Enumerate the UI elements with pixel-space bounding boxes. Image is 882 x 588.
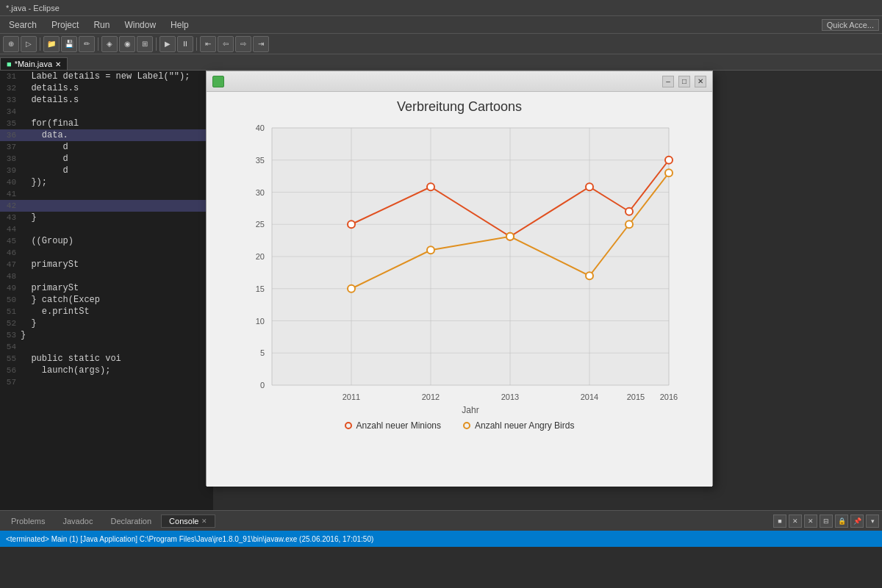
editor-tab-main[interactable]: ■ *Main.java ✕	[0, 57, 68, 70]
code-line: 52 }	[0, 318, 213, 329]
line-number: 41	[0, 188, 21, 200]
svg-point-32	[427, 183, 434, 190]
svg-text:2011: 2011	[343, 392, 360, 401]
line-number: 36	[0, 129, 21, 141]
dialog-title-bar: – □ ✕	[207, 71, 712, 92]
console-terminate-btn[interactable]: ✕	[789, 514, 802, 528]
console-clear-btn[interactable]: ⊟	[820, 514, 833, 528]
status-bar: <terminated> Main (1) [Java Application]…	[0, 531, 882, 547]
dialog-maximize-btn[interactable]: □	[678, 76, 690, 87]
toolbar-btn-2[interactable]: ▷	[21, 36, 37, 52]
toolbar-btn-6[interactable]: ◈	[101, 36, 118, 52]
svg-text:Jahr: Jahr	[462, 405, 478, 415]
code-line: 35 for(final	[0, 118, 213, 129]
chart-dialog: – □ ✕ Verbreitung Cartoons	[206, 71, 713, 486]
console-tab-close[interactable]: ✕	[201, 517, 207, 525]
console-remove-btn[interactable]: ✕	[804, 514, 817, 528]
svg-text:2012: 2012	[422, 392, 440, 401]
menu-project[interactable]: Project	[46, 18, 85, 32]
line-number: 43	[0, 212, 21, 223]
toolbar-btn-4[interactable]: 💾	[61, 36, 77, 52]
bottom-tab-console[interactable]: Console ✕	[161, 514, 215, 528]
line-number: 44	[0, 223, 21, 235]
line-text: launch(args);	[21, 365, 110, 376]
toolbar-btn-13[interactable]: ⇨	[235, 36, 251, 52]
line-number: 53	[0, 329, 21, 341]
chart-body: Verbreitung Cartoons	[207, 92, 712, 487]
toolbar-btn-12[interactable]: ⇦	[218, 36, 234, 52]
code-line: 55 public static voi	[0, 353, 213, 365]
legend-dot-minions	[345, 422, 352, 429]
bottom-tab-problems[interactable]: Problems	[3, 514, 53, 528]
code-line: 31 Label details = new Label("");	[0, 71, 213, 82]
chart-area: 40 35 30 25 20 15 10 5 0 2011 2012 2013 …	[235, 121, 684, 415]
quick-access[interactable]: Quick Acce...	[822, 19, 879, 31]
menu-search[interactable]: Search	[3, 18, 43, 32]
code-line: 56 launch(args);	[0, 365, 213, 376]
toolbar: ⊕ ▷ 📁 💾 ✏ ◈ ◉ ⊞ ▶ ⏸ ⇤ ⇦ ⇨ ⇥	[0, 34, 882, 54]
chart-heading: Verbreitung Cartoons	[214, 99, 705, 115]
toolbar-btn-14[interactable]: ⇥	[253, 36, 269, 52]
line-text: d	[21, 153, 68, 165]
code-line: 50 } catch(Excep	[0, 294, 213, 306]
menu-run[interactable]: Run	[87, 18, 115, 32]
bottom-tab-declaration[interactable]: Declaration	[102, 514, 159, 528]
tab-label-problems: Problems	[11, 517, 45, 526]
line-number: 51	[0, 306, 21, 318]
code-line: 42	[0, 200, 213, 212]
tab-close-btn[interactable]: ✕	[55, 60, 61, 68]
code-line: 43 }	[0, 212, 213, 223]
code-line: 48	[0, 270, 213, 282]
toolbar-btn-9[interactable]: ▶	[159, 36, 176, 52]
line-text: details.s	[21, 82, 79, 94]
toolbar-btn-3[interactable]: 📁	[43, 36, 60, 52]
toolbar-sep-2	[98, 37, 98, 51]
line-number: 38	[0, 153, 21, 165]
line-text: Label details = new Label("");	[21, 71, 190, 82]
line-text: }	[21, 329, 26, 341]
code-line: 44	[0, 223, 213, 235]
line-text: }	[21, 318, 37, 329]
svg-point-34	[586, 183, 593, 190]
console-stop-btn[interactable]: ■	[773, 514, 786, 528]
dialog-minimize-btn[interactable]: –	[662, 76, 674, 87]
line-text: } catch(Excep	[21, 294, 100, 306]
toolbar-btn-8[interactable]: ⊞	[137, 36, 153, 52]
line-number: 50	[0, 294, 21, 306]
dialog-close-btn[interactable]: ✕	[695, 76, 706, 87]
toolbar-sep-3	[156, 37, 157, 51]
line-number: 35	[0, 118, 21, 129]
main-content: 31 Label details = new Label("");32 deta…	[0, 71, 882, 510]
line-text: for(final	[21, 118, 79, 129]
toolbar-btn-11[interactable]: ⇤	[200, 36, 216, 52]
menu-window[interactable]: Window	[118, 18, 162, 32]
line-text: e.printSt	[21, 306, 90, 318]
svg-text:5: 5	[260, 348, 265, 357]
svg-point-39	[506, 233, 514, 240]
tab-label-console: Console	[169, 517, 198, 526]
line-number: 48	[0, 270, 21, 282]
console-view-menu-btn[interactable]: ▾	[866, 514, 879, 528]
code-line: 54	[0, 341, 213, 353]
menu-help[interactable]: Help	[165, 18, 195, 32]
toolbar-btn-5[interactable]: ✏	[79, 36, 95, 52]
toolbar-btn-1[interactable]: ⊕	[3, 36, 19, 52]
legend-label-minions: Anzahl neuer Minions	[356, 420, 441, 431]
svg-point-38	[427, 246, 434, 254]
console-scroll-lock-btn[interactable]: 🔒	[835, 514, 848, 528]
line-text: public static voi	[21, 353, 121, 365]
svg-point-42	[665, 169, 673, 176]
toolbar-btn-10[interactable]: ⏸	[177, 36, 193, 52]
line-number: 37	[0, 141, 21, 153]
bottom-tab-javadoc[interactable]: Javadoc	[54, 514, 101, 528]
svg-text:25: 25	[256, 220, 265, 229]
console-pin-btn[interactable]: 📌	[850, 514, 864, 528]
line-number: 31	[0, 71, 21, 82]
code-line: 47 primarySt	[0, 259, 213, 270]
svg-text:2016: 2016	[660, 392, 678, 401]
svg-text:20: 20	[256, 252, 265, 261]
line-number: 32	[0, 82, 21, 94]
line-text: });	[21, 176, 47, 188]
toolbar-btn-7[interactable]: ◉	[119, 36, 135, 52]
line-text: ((Group)	[21, 235, 74, 247]
